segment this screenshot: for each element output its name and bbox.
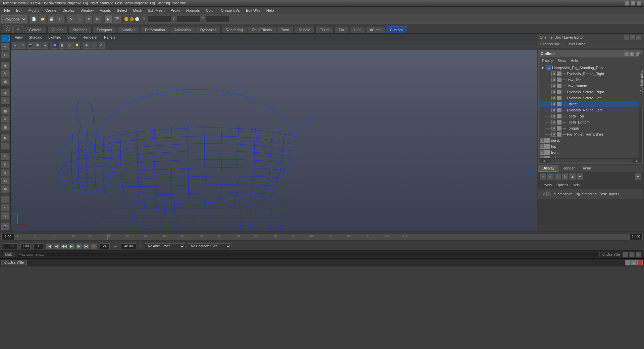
loop-btn[interactable]: ⊡ xyxy=(1,177,10,185)
menu-assets[interactable]: Assets xyxy=(97,8,113,13)
taskbar-maya[interactable]: C:\\Users\\Ile xyxy=(1,260,27,265)
menu-window[interactable]: Window xyxy=(78,8,96,13)
menu-display[interactable]: Display xyxy=(60,8,77,13)
select-tool-btn[interactable]: ↖ xyxy=(67,15,75,23)
layers-menu[interactable]: Layers xyxy=(540,183,554,188)
tab-fur[interactable]: Fur xyxy=(334,26,349,33)
cv-btn[interactable]: ◇ xyxy=(1,97,10,104)
layer-row-main[interactable]: V /Hampshire_Pig_Standing_Pose_layer1 xyxy=(540,190,641,198)
menu-modify[interactable]: Modify xyxy=(26,8,42,13)
vp-menu-renderer[interactable]: Renderer xyxy=(80,35,101,40)
scroll-track[interactable] xyxy=(550,159,632,163)
status-icon-3[interactable]: → xyxy=(636,252,641,257)
ring-btn[interactable]: ⊠ xyxy=(1,185,10,193)
menu-file[interactable]: File xyxy=(1,8,13,13)
select-mode-btn[interactable]: ↖ xyxy=(1,35,10,42)
list-item[interactable]: C top xyxy=(539,143,642,149)
menu-color[interactable]: Color xyxy=(203,8,217,13)
layer-visibility[interactable]: V xyxy=(541,192,546,196)
tab-surfaces[interactable]: Surfaces xyxy=(68,26,92,33)
menu-edit[interactable]: Edit xyxy=(13,8,25,13)
rotate-btn[interactable]: ↻ xyxy=(1,70,10,77)
layer-down-btn[interactable]: ▼ xyxy=(577,173,583,180)
list-item[interactable]: M Jaw_Top xyxy=(539,77,642,83)
bridge-btn[interactable]: ⌸ xyxy=(1,161,10,168)
vp-snap-point-btn[interactable]: ⊙ xyxy=(98,42,105,49)
step-back-btn[interactable]: ◀| xyxy=(53,243,60,249)
scroll-left-btn[interactable]: ◄ xyxy=(539,158,549,163)
list-item[interactable]: M Teeth_Top xyxy=(539,113,642,119)
crease-btn[interactable]: ∿ xyxy=(1,212,10,219)
frame-number-input[interactable] xyxy=(33,243,43,249)
layer-options-btn[interactable]: ⋮ xyxy=(554,173,561,180)
list-item[interactable]: M Eyeballs_Retina_Right xyxy=(539,71,642,77)
minimize-button[interactable]: _ xyxy=(625,1,629,6)
color-orange[interactable] xyxy=(129,17,134,21)
layer-menu-btn[interactable]: ▼ xyxy=(635,173,641,180)
tab-muscle[interactable]: Muscle xyxy=(294,26,315,33)
vp-snap-grid-btn[interactable]: ⊕ xyxy=(83,42,90,49)
tab-general[interactable]: General xyxy=(25,26,47,33)
menu-mesh[interactable]: Mesh xyxy=(130,8,145,13)
vp-menu-lighting[interactable]: Lighting xyxy=(46,35,64,40)
tab-toon[interactable]: Toon xyxy=(277,26,293,33)
paint-btn[interactable]: ✏ xyxy=(1,43,10,50)
outliner-help-menu[interactable]: Help xyxy=(569,58,580,63)
vp-wireframe-btn[interactable]: ⊡ xyxy=(51,42,58,49)
grid-btn[interactable]: ⊞ xyxy=(1,123,10,131)
list-item[interactable]: M Eyeballs_Sclera_Left xyxy=(539,95,642,101)
layer-up-btn[interactable]: ▲ xyxy=(569,173,576,180)
viewport[interactable]: View Shading Lighting Show Renderer Pane… xyxy=(11,34,537,232)
save-scene-btn[interactable]: 💾 xyxy=(47,15,55,23)
taskbar-minimize-btn[interactable]: _ xyxy=(625,260,631,265)
new-scene-btn[interactable]: 📄 xyxy=(30,15,38,23)
list-item[interactable]: M Eyeballs_Retina_Left xyxy=(539,107,642,113)
list-item[interactable]: C persp xyxy=(539,137,642,143)
tab-ncloth[interactable]: nCloth xyxy=(366,26,385,33)
status-icon-2[interactable] xyxy=(629,252,635,257)
cb-close-btn[interactable]: × xyxy=(636,35,641,40)
render-btn[interactable]: ▶ xyxy=(104,15,112,23)
menu-create[interactable]: Create xyxy=(43,8,59,13)
vp-texture-btn[interactable]: ⬡ xyxy=(66,42,73,49)
status-icon-1[interactable] xyxy=(623,252,628,257)
snap-btn[interactable]: ⊿ xyxy=(1,89,10,96)
menu-edit-uvs[interactable]: Edit UVs xyxy=(243,8,263,13)
layer-delete-btn[interactable]: − xyxy=(547,173,554,180)
vp-smooth-btn[interactable]: ▦ xyxy=(59,42,65,49)
char-set-select[interactable]: No Character Set xyxy=(188,243,231,249)
vp-snap-curve-btn[interactable]: ◇ xyxy=(91,42,97,49)
outliner-display-menu[interactable]: Display xyxy=(540,58,555,63)
tab-subdivs[interactable]: Subdiv s xyxy=(117,26,140,33)
current-frame-input[interactable] xyxy=(20,243,31,249)
z-field[interactable] xyxy=(206,16,229,22)
timeline-end-field[interactable] xyxy=(629,234,643,240)
translate-tool-btn[interactable]: ↔ xyxy=(76,15,84,23)
range-end-input[interactable] xyxy=(100,243,110,249)
tab-painteffects[interactable]: PaintEffects xyxy=(248,26,276,33)
layer-tab-anim[interactable]: Anim xyxy=(579,165,595,172)
attribute-editor-tab[interactable]: Attribute Editor xyxy=(639,54,644,107)
list-item[interactable]: C side xyxy=(539,155,642,158)
render-view-btn[interactable]: ▶ xyxy=(1,134,10,141)
vp-menu-show[interactable]: Show xyxy=(65,35,79,40)
menu-select[interactable]: Select xyxy=(114,8,130,13)
taskbar-restore-btn[interactable]: □ xyxy=(631,260,637,265)
list-item[interactable]: M Eyeballs_Sclera_Right xyxy=(539,89,642,95)
tab-polygons[interactable]: Polygons xyxy=(92,26,116,33)
outliner-show-menu[interactable]: Show xyxy=(556,58,568,63)
go-start-btn[interactable]: |◀ xyxy=(46,243,53,249)
layer-refresh-btn[interactable]: ↻ xyxy=(562,173,569,180)
start-frame-input[interactable] xyxy=(3,243,18,249)
layer-editor-tab[interactable]: Layer Editor xyxy=(563,41,588,48)
color-yellow[interactable] xyxy=(124,17,129,21)
anim-layer-select[interactable]: No Anim Layer xyxy=(145,243,185,249)
layer-new-btn[interactable]: + xyxy=(540,173,546,180)
vp-grid-btn[interactable]: ⊞ xyxy=(34,42,41,49)
list-item[interactable]: M Throat xyxy=(539,101,642,107)
workspace-selector[interactable]: Polygons xyxy=(1,15,27,23)
move-btn[interactable]: ⊕ xyxy=(1,62,10,69)
menu-edit-mesh[interactable]: Edit Mesh xyxy=(146,8,167,13)
tab-curves[interactable]: Curves xyxy=(47,26,68,33)
open-scene-btn[interactable]: 📂 xyxy=(39,15,47,23)
